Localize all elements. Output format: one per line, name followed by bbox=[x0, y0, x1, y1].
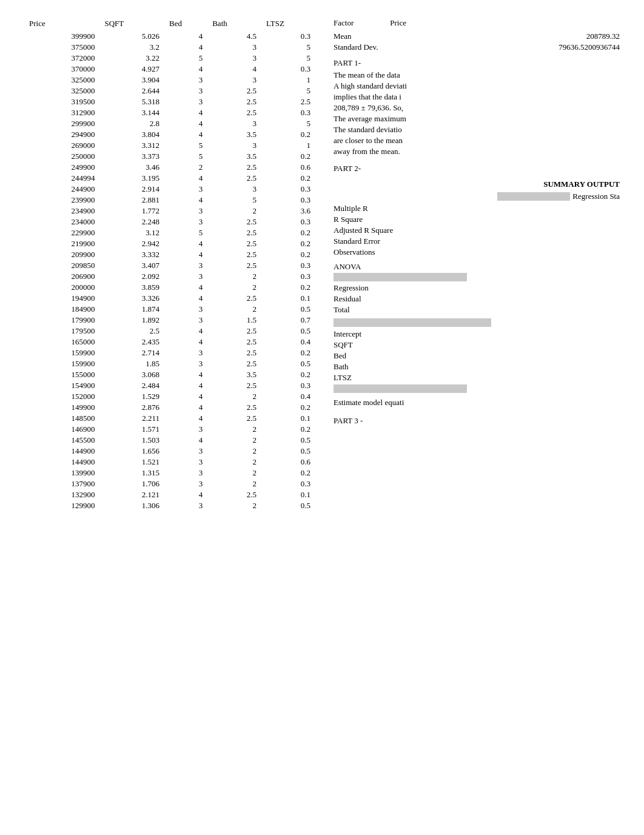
part1-text: The mean of the dataA high standard devi… bbox=[334, 70, 620, 156]
regression-stats: Multiple RR SquareAdjusted R SquareStand… bbox=[334, 204, 620, 257]
table-row: 3250002.64432.55 bbox=[24, 86, 315, 96]
table-row: 1650002.43542.50.4 bbox=[24, 337, 315, 347]
part1-line: The standard deviatio bbox=[334, 125, 620, 135]
anova-item: Residual bbox=[334, 294, 620, 304]
part1-label: PART 1- bbox=[334, 58, 620, 68]
anova-item: Total bbox=[334, 305, 620, 315]
table-row: 3195005.31832.52.5 bbox=[24, 96, 315, 107]
table-row: 1399001.315320.2 bbox=[24, 468, 315, 478]
table-row: 3700004.927440.3 bbox=[24, 64, 315, 75]
part1-line: The average maximum bbox=[334, 114, 620, 124]
header-sqft: SQFT bbox=[99, 18, 164, 31]
header-bath: Bath bbox=[207, 18, 261, 31]
table-row: 2199002.94242.50.2 bbox=[24, 238, 315, 249]
coeff-item: Bed bbox=[334, 351, 620, 361]
table-row: 2069002.092320.3 bbox=[24, 271, 315, 282]
table-row: 2999002.8435 bbox=[24, 118, 315, 129]
right-panel: Factor Price Mean 208789.32 Standard Dev… bbox=[315, 18, 620, 511]
coeff-item: LTSZ bbox=[334, 373, 620, 383]
table-row: 1449001.656320.5 bbox=[24, 446, 315, 457]
stddev-label: Standard Dev. bbox=[334, 42, 378, 52]
table-row: 1949003.32642.50.1 bbox=[24, 293, 315, 304]
coeff-item: Intercept bbox=[334, 329, 620, 339]
table-row: 2000003.859420.2 bbox=[24, 282, 315, 293]
table-row: 1795002.542.50.5 bbox=[24, 326, 315, 337]
table-row: 1455001.503420.5 bbox=[24, 435, 315, 446]
mean-value: 208789.32 bbox=[586, 32, 620, 41]
table-row: 1299001.306320.5 bbox=[24, 500, 315, 511]
regression-stat-shaded bbox=[497, 192, 570, 201]
part1-line: The mean of the data bbox=[334, 70, 620, 80]
coeff-item: SQFT bbox=[334, 340, 620, 350]
table-row: 2499003.4622.50.6 bbox=[24, 162, 315, 173]
part2-label: PART 2- bbox=[334, 164, 620, 173]
table-row: 1799001.89231.50.7 bbox=[24, 315, 315, 326]
part1-line: 208,789 ± 79,636. So, bbox=[334, 103, 620, 113]
table-row: 1849001.874320.5 bbox=[24, 304, 315, 315]
table-row: 2340002.24832.50.3 bbox=[24, 216, 315, 227]
table-row: 3750003.2435 bbox=[24, 42, 315, 53]
part1-line: are closer to the mean bbox=[334, 136, 620, 146]
table-row: 2949003.80443.50.2 bbox=[24, 129, 315, 140]
table-row: 2449943.19542.50.2 bbox=[24, 173, 315, 184]
estimate-label: Estimate model equati bbox=[334, 398, 620, 407]
header-price: Price bbox=[24, 18, 99, 31]
table-row: 1520001.529420.4 bbox=[24, 391, 315, 402]
left-panel: Price SQFT Bed Bath LTSZ 3999005.02644.5… bbox=[24, 18, 315, 511]
table-row: 2399002.881450.3 bbox=[24, 195, 315, 206]
table-row: 1485002.21142.50.1 bbox=[24, 413, 315, 424]
table-row: 1550003.06843.50.2 bbox=[24, 369, 315, 380]
coeff-items: InterceptSQFTBedBathLTSZ bbox=[334, 329, 620, 383]
table-row: 2690003.312531 bbox=[24, 140, 315, 151]
table-row: 2299003.1252.50.2 bbox=[24, 227, 315, 238]
table-row: 3720003.22535 bbox=[24, 53, 315, 64]
table-row: 1329002.12142.50.1 bbox=[24, 489, 315, 500]
table-row: 1549002.48442.50.3 bbox=[24, 380, 315, 391]
anova-items: RegressionResidualTotal bbox=[334, 283, 620, 315]
table-row: 2098503.40732.50.3 bbox=[24, 260, 315, 271]
table-row: 2500003.37353.50.2 bbox=[24, 151, 315, 162]
anova-label: ANOVA bbox=[334, 262, 620, 272]
table-row: 1499002.87642.50.2 bbox=[24, 402, 315, 413]
table-row: 1599002.71432.50.2 bbox=[24, 347, 315, 358]
part1-line: A high standard deviati bbox=[334, 81, 620, 91]
header-bed: Bed bbox=[164, 18, 207, 31]
regression-stat-item: Observations bbox=[334, 247, 620, 257]
table-row: 1469001.571320.2 bbox=[24, 424, 315, 435]
price-label: Price bbox=[390, 18, 406, 28]
stddev-value: 79636.5200936744 bbox=[558, 42, 620, 52]
data-table: Price SQFT Bed Bath LTSZ 3999005.02644.5… bbox=[24, 18, 315, 511]
header-ltsz: LTSZ bbox=[261, 18, 315, 31]
regression-stat-item: Standard Error bbox=[334, 236, 620, 246]
table-row: 1599001.8532.50.5 bbox=[24, 358, 315, 369]
table-row: 3129003.14442.50.3 bbox=[24, 107, 315, 118]
regression-stat-item: R Square bbox=[334, 215, 620, 224]
anova-item: Regression bbox=[334, 283, 620, 293]
table-row: 2099003.33242.50.2 bbox=[24, 249, 315, 260]
table-row: 3999005.02644.50.3 bbox=[24, 31, 315, 42]
table-row: 2349001.772323.6 bbox=[24, 206, 315, 216]
table-row: 1449001.521320.6 bbox=[24, 457, 315, 468]
part3-label: PART 3 - bbox=[334, 416, 620, 426]
summary-output-title: SUMMARY OUTPUT bbox=[334, 179, 620, 189]
mean-label: Mean bbox=[334, 32, 352, 41]
part1-line: implies that the data i bbox=[334, 92, 620, 102]
coeff-item: Bath bbox=[334, 362, 620, 372]
regression-stat-label: Regression Sta bbox=[572, 192, 620, 201]
factor-label: Factor bbox=[334, 18, 354, 28]
table-row: 3250003.904331 bbox=[24, 75, 315, 86]
part1-line: away from the mean. bbox=[334, 147, 620, 156]
regression-stat-item: Multiple R bbox=[334, 204, 620, 213]
table-row: 1379001.706320.3 bbox=[24, 478, 315, 489]
regression-stat-item: Adjusted R Square bbox=[334, 226, 620, 235]
table-row: 2449002.914330.3 bbox=[24, 184, 315, 195]
